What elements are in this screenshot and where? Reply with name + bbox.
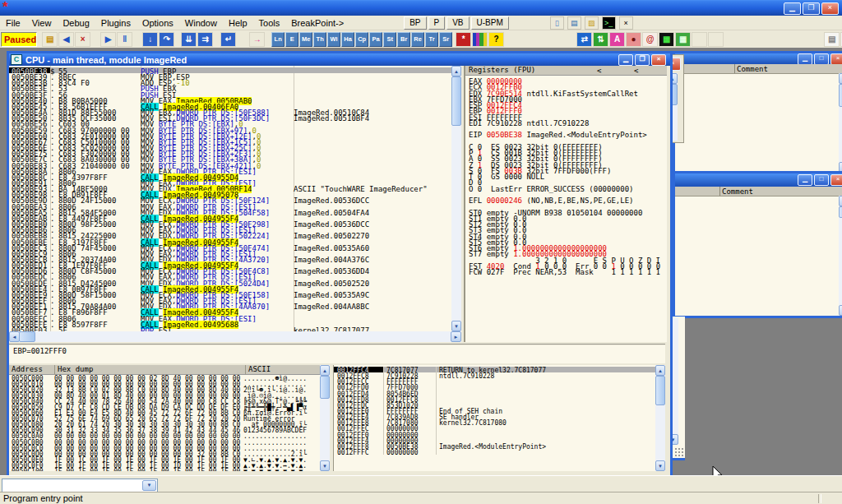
windows-list-icon[interactable]: ▤ [824, 32, 840, 47]
dump-row[interactable]: 0050C0F01E 00 1F 00 1E 00 1F 00 1F 00 1D… [9, 462, 320, 468]
step-over-icon[interactable]: ↷ [159, 32, 174, 47]
folder-icon[interactable]: ▨ [585, 16, 599, 30]
stack-row[interactable]: 0012FFE87C817080kernel32.7C817080 [334, 419, 655, 425]
disasm-row[interactable]: 0050BE67.C683 C5010000 00MOV BYTE PTR DS… [9, 138, 451, 144]
goto-icon[interactable]: → [249, 32, 265, 47]
updown-icon[interactable]: ⇅ [593, 32, 608, 47]
disasm-row[interactable]: 0050BE4A.8B1D 88F55000MOV EBX,DWORD PTR … [9, 109, 451, 114]
scroll-thumb[interactable] [839, 206, 842, 218]
resize-grip[interactable] [675, 448, 683, 456]
pause-icon[interactable]: ‖ [117, 32, 132, 47]
register-line[interactable]: A 0 SS 0023 32bit 0(FFFFFFFF) [465, 155, 667, 160]
plugin-button-bp[interactable]: BP [404, 16, 426, 30]
menu-item-plugins[interactable]: Plugins [95, 17, 136, 29]
disasm-row[interactable]: 0050BE83.C683 21040000 00MOV BYTE PTR DS… [9, 162, 451, 168]
disasm-row[interactable]: 0050BEF7.E8 F896F8FFCALL ImageRed.004955… [9, 308, 451, 314]
scroll-thumb[interactable] [839, 84, 842, 107]
register-line[interactable]: S 0 FS 003B 32bit 7FFDF000(FFF) [465, 167, 667, 173]
scroll-up-icon[interactable]: ▲ [451, 66, 461, 76]
disasm-row[interactable]: 0050BE8C.E8 4397F8FFCALL ImageRed.004955… [9, 173, 451, 179]
open-file-icon[interactable]: ▤ [42, 32, 58, 47]
register-line[interactable]: ST5 empty 0.0 [465, 238, 667, 244]
disasm-row[interactable]: 0050BE38$55PUSH EBP [9, 67, 451, 73]
close-icon[interactable]: × [830, 53, 842, 65]
disasm-row[interactable]: 0050BEAB.E8 4497F8FFCALL ImageRed.004955… [9, 215, 451, 220]
disasm-row[interactable]: 0050BEBE.E8 3197F8FFCALL ImageRed.004955… [9, 238, 451, 244]
log-icon[interactable]: ▤ [567, 16, 581, 30]
console-icon[interactable]: >_ [602, 16, 616, 30]
disasm-row[interactable]: 0050BE75.C683 F3020000 00MOV BYTE PTR DS… [9, 150, 451, 155]
options-icon[interactable]: * [456, 32, 471, 47]
menu-item-view[interactable]: View [26, 17, 58, 29]
toolbar-letter-th[interactable]: Th [313, 32, 326, 47]
step-into-icon[interactable]: ↓ [142, 32, 158, 47]
patches-icon[interactable]: ▦ [659, 32, 674, 47]
register-line[interactable]: O 0 LastErr ERROR_SUCCESS (00000000) [465, 185, 667, 191]
stack-row[interactable]: 0012FFF400000000 [334, 437, 655, 443]
disasm-row[interactable]: 0050BEF1.8B15 70A84A00MOV EDX,DWORD PTR … [9, 303, 451, 308]
register-line[interactable]: ESP 0012FFC4 [465, 101, 667, 107]
register-line[interactable]: ST2 empty 0.0 [465, 220, 667, 226]
collapse-icon[interactable]: < [634, 67, 638, 75]
side-window-middle-titlebar[interactable]: ▁ □ × [675, 173, 842, 187]
disasm-row[interactable]: 0050BEA5.8B15 584F5000MOV EDX,DWORD PTR … [9, 209, 451, 215]
toolbar-letter-re[interactable]: Re [411, 32, 424, 47]
maximize-button[interactable]: □ [814, 53, 829, 65]
close-program-icon[interactable]: × [75, 32, 90, 47]
dump-header-hex[interactable]: Hex dump [55, 365, 246, 374]
breakpoint-icon[interactable]: ● [626, 32, 641, 47]
dump-header-ascii[interactable]: ASCII [246, 365, 320, 374]
side-window-top-titlebar[interactable]: ▁ □ × [675, 53, 842, 64]
register-line[interactable]: ECX 0012FFB0 [465, 83, 667, 89]
scroll-up-icon[interactable]: ▲ [320, 365, 330, 376]
chevron-down-icon[interactable]: ▼ [142, 480, 156, 491]
minimize-button[interactable]: ▁ [798, 174, 812, 186]
disasm-row[interactable]: 0050BE8A.8B06MOV EAX,DWORD PTR DS:[ESI] [9, 168, 451, 173]
stack-row[interactable]: 0012FFC87C910228ntdll.7C910228 [334, 372, 655, 378]
side-window-middle[interactable]: ▁ □ × Comment ▲ ▼ [673, 171, 842, 318]
menu-item-options[interactable]: Options [136, 17, 179, 29]
register-line[interactable]: ESI FFFFFFFF [465, 113, 667, 119]
info-pane[interactable]: EBP=0012FFF0 [9, 344, 665, 363]
register-line[interactable]: ST4 empty 0.0 [465, 233, 667, 238]
help-icon[interactable]: ? [488, 32, 504, 47]
empty-slot-icon[interactable] [692, 32, 707, 47]
plugin-button-vb[interactable]: VB [446, 16, 469, 30]
menu-item-help[interactable]: Help [223, 17, 253, 29]
disasm-row[interactable]: 0050BEFE.E8 8597F8FFCALL ImageRed.004956… [9, 321, 451, 326]
menu-item-file[interactable]: File [0, 17, 26, 29]
close-icon[interactable]: × [651, 54, 666, 66]
scroll-right-icon[interactable]: ► [451, 331, 461, 342]
disasm-row[interactable]: 0050BE98.E8 DB91F8FFCALL ImageRed.004950… [9, 191, 451, 197]
stack-row[interactable]: 0012FFEC00000000 [334, 425, 655, 431]
toolbar-letter-ln[interactable]: Ln [271, 32, 285, 47]
toolbar-letter-sr[interactable]: Sr [439, 32, 452, 47]
toolbar-letter-br[interactable]: Br [397, 32, 410, 47]
highlight-icon[interactable]: A [609, 32, 625, 47]
stack-row[interactable]: 0012FFCCFFFFFFFF [334, 378, 655, 384]
register-line[interactable]: EIP 0050BE38 ImageRed.<ModuleEntryPoint> [465, 131, 667, 136]
scroll-thumb[interactable] [19, 331, 35, 342]
cpu-titlebar[interactable]: C CPU - main thread, module ImageRed ▁ ❐… [9, 53, 670, 66]
register-line[interactable]: ST6 empty 1.0000000000000000000 [465, 244, 667, 250]
comment-column-header[interactable]: Comment [675, 187, 842, 197]
disasm-row[interactable]: 0050BE7C.C683 8A030000 00MOV BYTE PTR DS… [9, 155, 451, 161]
scroll-thumb[interactable] [451, 76, 461, 126]
disasm-row[interactable]: 0050BE93.BA 14BF5000MOV EDX,ImageRed.005… [9, 185, 451, 191]
disasm-row[interactable]: 0050BE59.C683 97000000 00MOV BYTE PTR DS… [9, 127, 451, 132]
register-line[interactable]: FCW 027F Prec NEAR,53 Mask 1 1 1 1 1 1 [465, 268, 667, 274]
toolbar-letter-ha[interactable]: Ha [341, 32, 354, 47]
scrollbar[interactable]: ▲ ▼ [839, 196, 842, 316]
side-window-top[interactable]: ▁ □ × Comment ▲ ▼ [673, 51, 842, 175]
register-line[interactable]: EAX 00000000 [465, 77, 667, 83]
stack-row[interactable]: 0012FFF80050BE38ImageRed.<ModuleEntryPoi… [334, 443, 655, 449]
disasm-row[interactable]: 0050BE3B.83C4 F0ADD ESP,-10 [9, 79, 451, 85]
disasm-row[interactable]: 0050BE3E.53PUSH EBX [9, 85, 451, 90]
restore-button[interactable]: ❐ [635, 54, 650, 66]
dump-vscrollbar[interactable]: ▲ ▼ [320, 365, 330, 471]
stack-row[interactable]: 0012FFE47C839AD8SE handler [334, 414, 655, 419]
toolbar-letter-e[interactable]: E [285, 32, 298, 47]
dump-header-address[interactable]: Address [9, 365, 55, 374]
menu-item-breakpoint[interactable]: BreakPoint-> [285, 17, 349, 29]
animate-into-icon[interactable]: ⇊ [181, 32, 197, 47]
